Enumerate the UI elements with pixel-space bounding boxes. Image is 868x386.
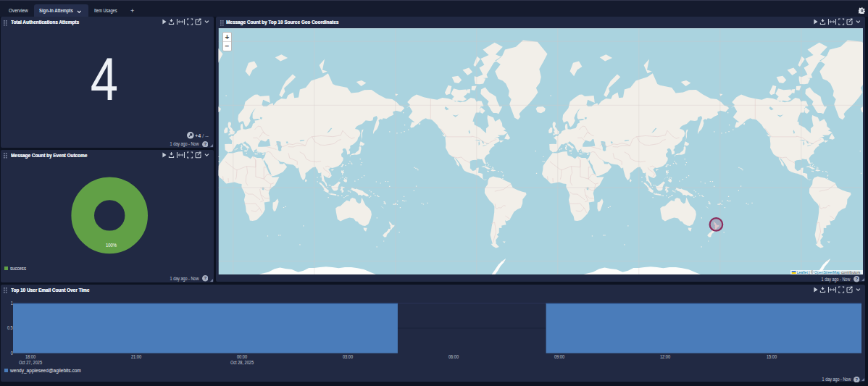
svg-text:?: ? xyxy=(856,377,859,382)
